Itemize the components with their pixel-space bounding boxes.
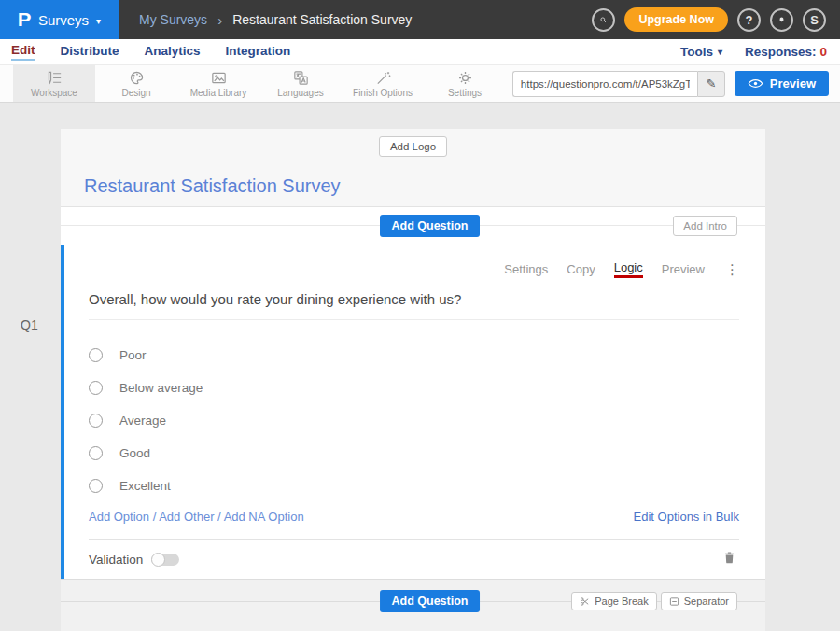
breadcrumb: My Surveys › Restaurant Satisfaction Sur…	[139, 12, 412, 28]
search-icon	[599, 13, 608, 27]
tools-label: Tools	[680, 45, 713, 59]
add-option-links: Add Option / Add Other / Add NA Option	[89, 510, 304, 524]
product-label: Surveys	[38, 12, 89, 28]
help-button[interactable]: ?	[737, 8, 761, 32]
surveys-product-menu[interactable]: P Surveys ▾	[0, 0, 119, 39]
answer-option-row[interactable]: Poor	[89, 339, 739, 372]
preview-button[interactable]: Preview	[735, 71, 829, 96]
tab-edit[interactable]: Edit	[11, 43, 35, 61]
toolbar-item-label: Finish Options	[353, 88, 413, 98]
toggle-knob	[151, 553, 165, 567]
edit-pencil-icon: ✎	[706, 77, 716, 91]
toolbar-item-design[interactable]: Design	[95, 65, 177, 102]
chevron-down-icon: ▾	[718, 47, 722, 57]
breadcrumb-separator-icon: ›	[217, 12, 222, 28]
tab-integration[interactable]: Integration	[226, 44, 291, 60]
radio-button-icon[interactable]	[89, 414, 103, 428]
languages-icon	[292, 69, 310, 87]
add-option-link[interactable]: Add Option	[89, 510, 149, 524]
answer-option-row[interactable]: Excellent	[89, 470, 739, 502]
question-block-q1: Settings Copy Logic Preview ⋮ Overall, h…	[61, 245, 765, 579]
responses-label: Responses:	[745, 45, 817, 59]
tools-dropdown[interactable]: Tools ▾	[680, 45, 722, 59]
responses-count: 0	[819, 45, 827, 59]
separator-icon	[669, 596, 679, 607]
option-label[interactable]: Poor	[119, 348, 147, 362]
add-question-button-bottom[interactable]: Add Question	[380, 590, 481, 612]
answer-option-row[interactable]: Average	[89, 404, 739, 437]
bell-icon	[777, 13, 786, 27]
toolbar-item-label: Media Library	[190, 88, 247, 98]
radio-button-icon[interactable]	[89, 446, 103, 460]
notifications-button[interactable]	[770, 8, 793, 32]
option-label[interactable]: Average	[119, 414, 166, 428]
validation-toggle[interactable]	[151, 554, 179, 566]
toolbar-item-settings[interactable]: Settings	[424, 65, 506, 102]
toolbar-right: ✎ Preview	[512, 65, 840, 102]
link-separator: /	[217, 510, 221, 524]
question-logic-link[interactable]: Logic	[614, 260, 643, 278]
add-logo-button[interactable]: Add Logo	[379, 136, 447, 157]
responses-link[interactable]: Responses:0	[745, 45, 827, 59]
radio-button-icon[interactable]	[89, 479, 103, 493]
toolbar-item-label: Languages	[277, 88, 324, 98]
tab-analytics[interactable]: Analytics	[145, 44, 201, 60]
answer-options-list: Poor Below average Average Good	[89, 339, 739, 502]
survey-toolbar: Workspace Design Media Library Languages…	[0, 65, 840, 103]
radio-button-icon[interactable]	[89, 348, 103, 362]
nav-right: Tools ▾ Responses:0	[680, 45, 840, 59]
question-preview-link[interactable]: Preview	[662, 262, 705, 276]
option-links-row: Add Option / Add Other / Add NA Option E…	[89, 510, 739, 524]
question-settings-link[interactable]: Settings	[504, 262, 548, 276]
header-actions: Upgrade Now ? S	[592, 7, 840, 32]
survey-url-input[interactable]	[512, 71, 697, 97]
tab-distribute[interactable]: Distribute	[61, 44, 119, 60]
answer-option-row[interactable]: Good	[89, 437, 739, 470]
option-label[interactable]: Excellent	[119, 479, 171, 493]
top-header: P Surveys ▾ My Surveys › Restaurant Sati…	[0, 0, 840, 39]
breadcrumb-current-survey: Restaurant Satisfaction Survey	[232, 12, 412, 27]
page-break-scissors-icon	[580, 596, 590, 607]
card-footer-section: Add Question Page Break Separator	[61, 579, 765, 631]
add-question-row: Add Question Add Intro	[61, 207, 765, 245]
avatar[interactable]: S	[803, 8, 826, 32]
option-label[interactable]: Good	[119, 446, 150, 460]
answer-option-row[interactable]: Below average	[89, 372, 739, 404]
footer-buttons: Page Break Separator	[571, 592, 737, 610]
delete-question-button[interactable]	[721, 550, 737, 569]
toolbar-item-languages[interactable]: Languages	[259, 65, 342, 102]
add-question-button[interactable]: Add Question	[380, 215, 481, 237]
media-library-icon	[210, 69, 228, 87]
question-copy-link[interactable]: Copy	[567, 262, 595, 276]
survey-title[interactable]: Restaurant Satisfaction Survey	[84, 175, 765, 197]
finish-options-wand-icon	[374, 69, 392, 87]
add-na-option-link[interactable]: Add NA Option	[224, 510, 304, 524]
edit-options-in-bulk-link[interactable]: Edit Options in Bulk	[634, 510, 739, 524]
survey-card: Add Logo Restaurant Satisfaction Survey …	[61, 129, 765, 631]
survey-header-section: Add Logo Restaurant Satisfaction Survey	[61, 129, 765, 207]
workspace-icon	[46, 69, 63, 87]
separator-button[interactable]: Separator	[661, 592, 737, 610]
radio-button-icon[interactable]	[89, 381, 103, 395]
add-other-link[interactable]: Add Other	[159, 510, 214, 524]
breadcrumb-my-surveys[interactable]: My Surveys	[139, 12, 207, 27]
separator-label: Separator	[684, 596, 729, 607]
design-palette-icon	[128, 69, 146, 87]
eye-icon	[748, 78, 763, 89]
page-break-button[interactable]: Page Break	[571, 592, 656, 610]
upgrade-now-button[interactable]: Upgrade Now	[624, 7, 728, 32]
question-text[interactable]: Overall, how would you rate your dining …	[89, 291, 739, 320]
question-actions: Settings Copy Logic Preview ⋮	[89, 260, 739, 278]
question-number-label: Q1	[21, 317, 38, 332]
toolbar-item-media-library[interactable]: Media Library	[177, 65, 259, 102]
toolbar-item-label: Design	[121, 88, 150, 98]
trash-icon	[721, 550, 737, 566]
add-intro-button[interactable]: Add Intro	[673, 216, 737, 236]
kebab-menu-icon[interactable]: ⋮	[725, 261, 739, 278]
option-label[interactable]: Below average	[119, 381, 203, 395]
edit-url-button[interactable]: ✎	[697, 71, 725, 97]
toolbar-item-finish-options[interactable]: Finish Options	[342, 65, 424, 102]
validation-row: Validation	[89, 539, 739, 579]
toolbar-item-workspace[interactable]: Workspace	[13, 65, 95, 102]
search-button[interactable]	[592, 8, 615, 32]
